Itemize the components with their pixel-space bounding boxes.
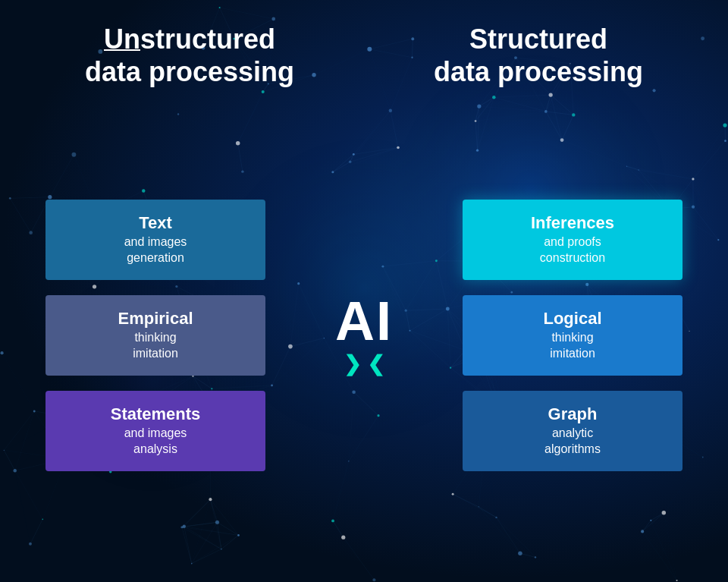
card-graph-title: Graph: [475, 404, 670, 424]
card-empirical-title: Empirical: [58, 309, 253, 329]
column-left: Text and imagesgeneration Empirical thin…: [46, 200, 265, 471]
card-text-gen-subtitle: and imagesgeneration: [58, 234, 253, 266]
un-prefix: Un: [104, 24, 140, 55]
left-title-line2: data processing: [85, 56, 294, 87]
card-logical-title: Logical: [475, 309, 670, 329]
ai-label: AI: [335, 294, 393, 348]
right-title-line1: Structured: [469, 24, 607, 55]
cards-area: Text and imagesgeneration Empirical thin…: [46, 111, 682, 559]
right-title: Structured data processing: [394, 23, 682, 88]
card-text-gen-title: Text: [58, 213, 253, 233]
card-statements: Statements and imagesanalysis: [46, 391, 265, 471]
card-empirical-subtitle: thinkingimitation: [58, 330, 253, 362]
card-text-gen: Text and imagesgeneration: [46, 200, 265, 280]
card-inferences-subtitle: and proofsconstruction: [475, 234, 670, 266]
center-ai: AI ❯ ❮: [288, 294, 440, 376]
header-row: Unstructured data processing Structured …: [46, 23, 682, 88]
header-left: Unstructured data processing: [46, 23, 334, 88]
right-title-line2: data processing: [434, 56, 643, 87]
card-inferences-title: Inferences: [475, 213, 670, 233]
main-content: Unstructured data processing Structured …: [0, 0, 728, 582]
card-statements-title: Statements: [58, 404, 253, 424]
card-logical: Logical thinkingimitation: [463, 295, 682, 376]
card-logical-subtitle: thinkingimitation: [475, 330, 670, 362]
structured-rest: structured: [140, 24, 275, 55]
left-title: Unstructured data processing: [46, 23, 334, 88]
card-statements-subtitle: and imagesanalysis: [58, 426, 253, 458]
card-empirical: Empirical thinkingimitation: [46, 295, 265, 376]
arrow-left-icon: ❮: [367, 351, 384, 376]
arrow-right-icon: ❯: [344, 351, 361, 376]
card-inferences: Inferences and proofsconstruction: [463, 200, 682, 280]
header-right: Structured data processing: [394, 23, 682, 88]
card-graph-subtitle: analyticalgorithms: [475, 426, 670, 458]
card-graph: Graph analyticalgorithms: [463, 391, 682, 471]
arrows-row: ❯ ❮: [344, 351, 384, 376]
column-right: Inferences and proofsconstruction Logica…: [463, 200, 682, 471]
